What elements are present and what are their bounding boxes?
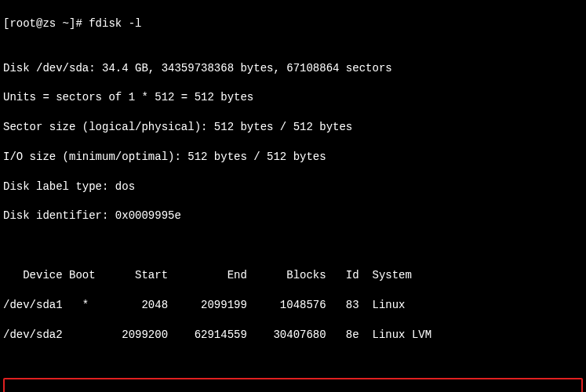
command-text[interactable]: fdisk -l <box>89 17 141 30</box>
blank-line <box>3 31 583 46</box>
table-row: /dev/sda2 2099200 62914559 30407680 8e L… <box>3 328 583 343</box>
table-row: /dev/sda1 * 2048 2099199 1048576 83 Linu… <box>3 298 583 313</box>
shell-prompt: [root@zs ~]# fdisk -l <box>3 17 141 30</box>
disk-sda-header: Disk /dev/sda: 34.4 GB, 34359738368 byte… <box>3 61 583 76</box>
prompt-text: [root@zs ~]# <box>3 17 89 30</box>
disk-sda-units: Units = sectors of 1 * 512 = 512 bytes <box>3 90 583 105</box>
partition-columns: Device Boot Start End Blocks Id System <box>3 268 583 283</box>
disk-sda-sector-size: Sector size (logical/physical): 512 byte… <box>3 120 583 135</box>
blank-line <box>3 238 583 253</box>
disk-sda-io-size: I/O size (minimum/optimal): 512 bytes / … <box>3 150 583 165</box>
highlight-box: Disk /dev/sdb: 2147 MB, 2147483648 bytes… <box>3 378 583 392</box>
terminal-output: [root@zs ~]# fdisk -l Disk /dev/sda: 34.… <box>0 0 586 392</box>
disk-sda-identifier: Disk identifier: 0x0009995e <box>3 209 583 223</box>
disk-sda-label-type: Disk label type: dos <box>3 180 583 194</box>
